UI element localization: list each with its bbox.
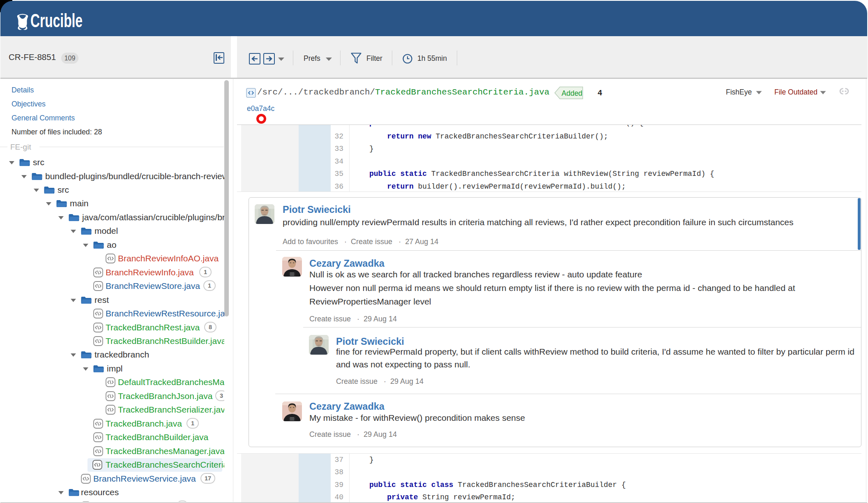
svg-text:Added: Added bbox=[562, 89, 583, 97]
svg-text:Crucible: Crucible bbox=[30, 10, 83, 31]
